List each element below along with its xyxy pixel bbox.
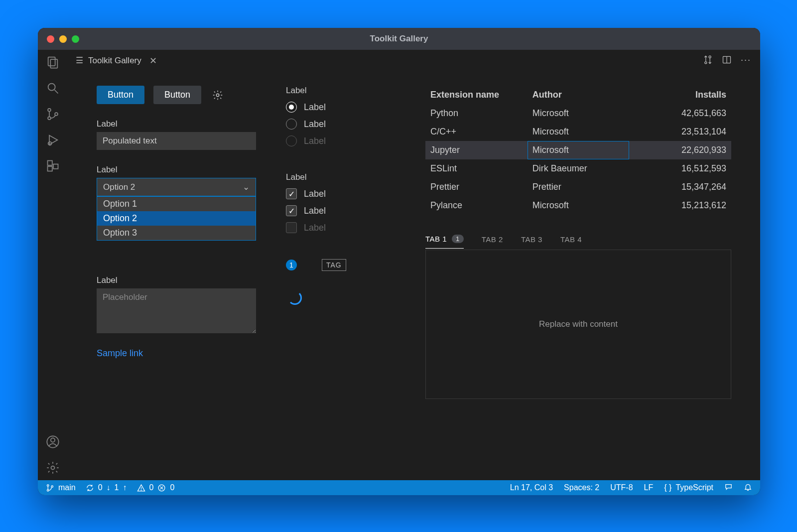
cell-name: Jupyter <box>425 141 528 159</box>
close-window-button[interactable] <box>47 35 54 43</box>
status-spaces[interactable]: Spaces: 2 <box>564 483 599 492</box>
cell-author: Microsoft <box>528 123 630 141</box>
checkbox-group: Label Label Label Label <box>286 172 396 239</box>
tab-panel-content: Replace with content <box>425 250 731 399</box>
status-encoding[interactable]: UTF-8 <box>610 483 633 492</box>
svg-point-19 <box>216 94 219 97</box>
cell-installs: 42,651,663 <box>629 104 731 123</box>
dropdown-label: Label <box>97 165 256 175</box>
status-language[interactable]: { }TypeScript <box>664 483 713 492</box>
col-header-installs[interactable]: Installs <box>629 86 731 104</box>
branch-name: main <box>58 483 76 492</box>
sample-link[interactable]: Sample link <box>97 348 256 359</box>
split-editor-icon[interactable] <box>722 55 732 67</box>
cell-author: Microsoft <box>528 196 630 215</box>
data-grid: Extension name Author Installs Python Mi… <box>425 86 731 215</box>
text-field-label: Label <box>97 119 256 129</box>
sync-up: 1 <box>115 483 119 492</box>
dropdown-option[interactable]: Option 1 <box>97 197 256 211</box>
svg-point-13 <box>51 438 55 442</box>
settings-gear-icon[interactable] <box>45 460 60 475</box>
svg-point-22 <box>51 485 53 487</box>
dropdown-value: Option 2 <box>103 182 135 192</box>
settings-button[interactable] <box>210 88 225 103</box>
status-eol[interactable]: LF <box>644 483 654 492</box>
bell-icon[interactable] <box>744 483 752 493</box>
tab-menu-icon: ☰ <box>76 55 83 66</box>
checkbox-label: Label <box>304 223 326 233</box>
panel-tab-label: TAB 1 <box>425 235 447 243</box>
cell-author: Prettier <box>528 178 630 196</box>
svg-rect-11 <box>53 164 58 169</box>
account-icon[interactable] <box>45 434 60 449</box>
dropdown[interactable]: Option 2 ⌄ <box>97 178 256 196</box>
status-branch[interactable]: main <box>46 483 76 492</box>
explorer-icon[interactable] <box>45 55 60 70</box>
status-problems[interactable]: 0 0 <box>137 483 175 492</box>
close-tab-icon[interactable]: ✕ <box>149 55 157 66</box>
editor-tabs: ☰ Toolkit Gallery ✕ ··· <box>68 50 760 72</box>
svg-point-14 <box>51 466 55 470</box>
panel-tab[interactable]: TAB 1 1 <box>425 235 464 249</box>
radio-indicator <box>286 135 297 146</box>
sync-down: 0 <box>98 483 103 492</box>
source-control-icon[interactable] <box>45 107 60 122</box>
textarea[interactable] <box>97 288 256 333</box>
window-title: Toolkit Gallery <box>38 34 760 44</box>
radio-indicator <box>286 102 297 113</box>
checkbox-label: Label <box>304 189 326 199</box>
checkbox-group-label: Label <box>286 172 396 182</box>
status-sync[interactable]: 0↓ 1↑ <box>86 483 127 492</box>
cell-name: Python <box>425 104 528 123</box>
more-actions-icon[interactable]: ··· <box>741 55 751 67</box>
cell-author: Microsoft <box>528 104 630 123</box>
feedback-icon[interactable] <box>724 483 733 493</box>
run-debug-icon[interactable] <box>45 133 60 147</box>
radio-indicator <box>286 119 297 130</box>
radio-group-label: Label <box>286 86 396 96</box>
compare-changes-icon[interactable] <box>703 55 713 67</box>
tag: TAG <box>322 259 346 271</box>
cell-name: C/C++ <box>425 123 528 141</box>
minimize-window-button[interactable] <box>59 35 67 43</box>
warning-count: 0 <box>149 483 154 492</box>
cell-author: Microsoft <box>528 141 630 159</box>
checkbox-option[interactable]: Label <box>286 205 396 216</box>
editor-area: ☰ Toolkit Gallery ✕ ··· <box>68 50 760 480</box>
panel-tab[interactable]: TAB 3 <box>521 235 542 249</box>
text-field[interactable] <box>97 132 256 150</box>
cell-author: Dirk Baeumer <box>528 159 630 178</box>
secondary-button[interactable]: Button <box>153 86 201 104</box>
panel-tab[interactable]: TAB 4 <box>560 235 582 249</box>
col-header-name[interactable]: Extension name <box>425 86 528 104</box>
radio-option-disabled: Label <box>286 135 396 146</box>
cell-installs: 22,620,933 <box>629 141 731 159</box>
error-count: 0 <box>170 483 174 492</box>
radio-label: Label <box>304 119 326 130</box>
radio-option[interactable]: Label <box>286 119 396 130</box>
zoom-window-button[interactable] <box>72 35 79 43</box>
checkbox-label: Label <box>304 206 326 216</box>
svg-point-6 <box>55 113 58 116</box>
radio-option[interactable]: Label <box>286 102 396 113</box>
cell-name: ESLint <box>425 159 528 178</box>
extensions-icon[interactable] <box>45 158 60 173</box>
primary-button[interactable]: Button <box>97 86 144 104</box>
titlebar: Toolkit Gallery <box>38 28 760 50</box>
badge: 1 <box>286 260 297 270</box>
search-icon[interactable] <box>45 81 60 96</box>
cell-installs: 15,213,612 <box>629 196 731 215</box>
activity-bar <box>38 50 68 480</box>
panel-tab[interactable]: TAB 2 <box>482 235 503 249</box>
col-header-author[interactable]: Author <box>528 86 630 104</box>
panel-tab-badge: 1 <box>452 235 464 243</box>
status-cursor[interactable]: Ln 17, Col 3 <box>510 483 553 492</box>
checkbox-indicator <box>286 205 297 216</box>
checkbox-option[interactable]: Label <box>286 188 396 199</box>
checkbox-indicator <box>286 188 297 199</box>
editor-tab-active[interactable]: ☰ Toolkit Gallery ✕ <box>68 50 165 72</box>
dropdown-option[interactable]: Option 3 <box>97 226 256 240</box>
svg-line-3 <box>55 90 58 94</box>
dropdown-option[interactable]: Option 2 <box>97 211 256 226</box>
checkbox-option-disabled: Label <box>286 222 396 233</box>
